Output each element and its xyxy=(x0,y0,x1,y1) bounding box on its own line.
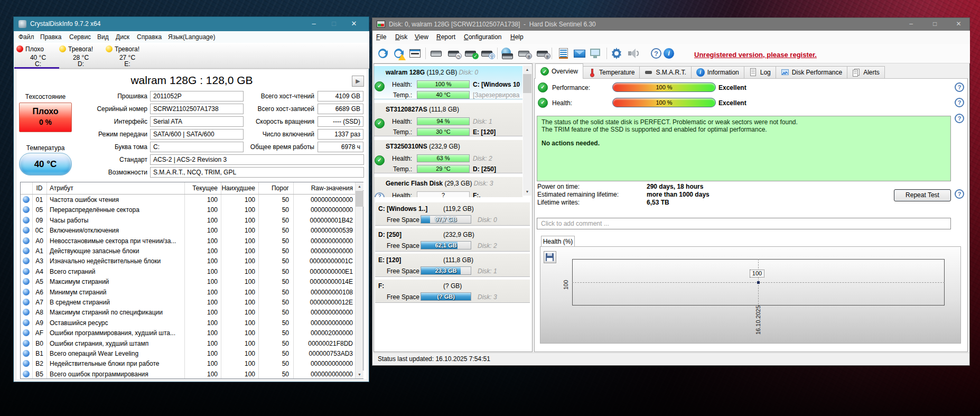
cdi-titlebar[interactable]: CrystalDiskInfo 9.7.2 x64 – □ ✕ xyxy=(14,17,369,31)
help-icon[interactable]: ? xyxy=(955,114,964,123)
disk-list-item[interactable]: ST3120827AS (111,8 GB)✓Health:94 %Disk: … xyxy=(374,103,522,136)
smart-attribute-row[interactable]: A0Невосстановимые сектора при чтении/за.… xyxy=(21,236,355,246)
hds-menu-view[interactable]: View xyxy=(415,31,428,44)
cdi-menu-3[interactable]: Вид xyxy=(97,31,109,43)
cdi-menu-4[interactable]: Диск xyxy=(116,31,129,43)
cdi-menu-1[interactable]: Правка xyxy=(40,31,62,43)
usb-disk-icon[interactable]: ⎈ xyxy=(536,47,549,60)
cdi-scroll-thumb[interactable] xyxy=(356,191,363,207)
smart-attribute-row[interactable]: A3Изначально недействительные блоки10010… xyxy=(21,256,355,266)
tab-information[interactable]: iInformation xyxy=(692,66,744,79)
repeat-test-button[interactable]: Repeat Test xyxy=(894,189,951,201)
help-icon[interactable]: ? xyxy=(650,47,664,60)
hds-maximize-button[interactable]: □ xyxy=(923,18,947,31)
hds-close-button[interactable]: ✕ xyxy=(947,18,970,31)
smart-attribute-row[interactable]: 05Перераспределённые сектора100100500000… xyxy=(21,205,355,215)
cdi-table-scrollbar[interactable]: ▲ ▼ xyxy=(355,182,363,378)
scroll-down-icon[interactable]: ▼ xyxy=(523,188,531,196)
field-value[interactable]: ACS-2 | ACS-2 Revision 3 xyxy=(150,154,364,165)
hds-menu-configuration[interactable]: Configuration xyxy=(464,31,501,44)
hds-sidebar-scrollbar[interactable]: ▲ ▼ xyxy=(523,66,531,196)
health-chart-tab[interactable]: Health (%) xyxy=(541,236,575,247)
field-value[interactable]: ---- (SSD) xyxy=(318,116,363,127)
report-icon[interactable] xyxy=(557,47,571,60)
tab-overview[interactable]: ✓Overview xyxy=(535,63,583,79)
hds-titlebar[interactable]: Disk: 0, walram 128G [SCRW21102507A1738]… xyxy=(372,18,969,31)
help-icon[interactable]: ? xyxy=(955,189,964,199)
smart-attribute-row[interactable]: A9Оставшийся ресурс10010050000000000000 xyxy=(21,318,355,328)
hds-menu-file[interactable]: File xyxy=(376,31,386,44)
cdi-disk-indicator[interactable]: Тревога!27 °CE: xyxy=(104,43,151,68)
cdi-menu-0[interactable]: Файл xyxy=(18,31,34,43)
network-status-icon[interactable] xyxy=(589,47,602,60)
smart-attribute-row[interactable]: B5Всего ошибок программирования100100500… xyxy=(21,369,355,380)
cdi-menu-2[interactable]: Сервис xyxy=(69,31,91,43)
smart-attribute-row[interactable]: A5Максимум стираний1001005000000000014E xyxy=(21,276,355,287)
partition-list-item[interactable]: F:(? GB)Free Space(? GB)Disk: 3 xyxy=(375,279,530,303)
hds-unregistered-link[interactable]: Unregistered version, please register. xyxy=(694,51,817,59)
device-properties-icon[interactable] xyxy=(408,47,422,60)
disk-list-item[interactable]: walram 128G (119,2 GB) Disk: 0✓Health:10… xyxy=(374,66,522,99)
partition-list-item[interactable]: C: [Windows 1..](119,2 GB)Free Space97,7… xyxy=(375,202,530,226)
comment-input[interactable]: Click to add comment ... xyxy=(537,218,951,229)
cdi-disk-indicator[interactable]: Плохо40 °CC: xyxy=(14,43,62,68)
settings-gear-icon[interactable] xyxy=(610,47,623,60)
smart-attribute-row[interactable]: A7В среднем стираний1001005000000000012E xyxy=(21,297,355,308)
chart-save-button[interactable] xyxy=(544,251,556,263)
tab-s-m-a-r-t-[interactable]: S.M.A.R.T. xyxy=(640,66,691,79)
tab-temperature[interactable]: Temperature xyxy=(583,66,640,79)
network-disk-icon[interactable] xyxy=(501,47,515,60)
tab-alerts[interactable]: Alerts xyxy=(847,66,885,79)
tab-log[interactable]: Log xyxy=(744,66,776,79)
hds-minimize-button[interactable]: – xyxy=(899,18,923,31)
smart-attribute-row[interactable]: B0Ошибки стирания, худший штамп100100500… xyxy=(21,338,355,349)
smart-attribute-row[interactable]: B2Недействительные блоки при работе10010… xyxy=(21,358,355,369)
smart-attribute-row[interactable]: A6Минимум стираний10010050000000000108 xyxy=(21,287,355,298)
scroll-up-icon[interactable]: ▲ xyxy=(356,182,363,190)
smart-attribute-row[interactable]: AFОшибки программирования, худший шта...… xyxy=(21,328,355,338)
disk-offline-icon[interactable] xyxy=(430,47,443,60)
field-value[interactable]: 6689 GB xyxy=(318,104,363,114)
cdi-menu-5[interactable]: Справка xyxy=(137,31,162,43)
cdi-minimize-button[interactable]: – xyxy=(304,17,324,31)
partition-list-item[interactable]: E: [120](111,8 GB)Free Space23,3 GBDisk:… xyxy=(375,253,530,277)
tab-disk-performance[interactable]: Disk Performance xyxy=(776,66,847,79)
disk-accept-icon[interactable]: ✓ xyxy=(464,47,478,60)
field-value[interactable]: 4109 GB xyxy=(318,91,363,101)
scroll-down-icon[interactable]: ▼ xyxy=(356,371,363,378)
cdi-menu-6[interactable]: Язык(Language) xyxy=(168,31,215,43)
field-value[interactable]: S.M.A.R.T., NCQ, TRIM, GPL xyxy=(150,167,364,178)
disk-list-item[interactable]: ST3250310NS (232,9 GB)✓Health:63 %Disk: … xyxy=(374,140,522,173)
disk-analyze-icon[interactable]: ⚲ xyxy=(480,47,494,60)
cdi-maximize-button[interactable]: □ xyxy=(324,17,344,31)
smart-attribute-row[interactable]: 01Частота ошибок чтения10010050000000000… xyxy=(21,195,355,205)
hds-menu-disk[interactable]: Disk xyxy=(395,31,407,44)
hds-menu-report[interactable]: Report xyxy=(436,31,455,44)
help-icon[interactable]: ? xyxy=(955,98,964,107)
smart-attribute-row[interactable]: A1Действующие запасные блоки100100500000… xyxy=(21,246,355,256)
smart-attribute-row[interactable]: A4Всего стираний100100500000000000E1 xyxy=(21,266,355,277)
smart-attribute-row[interactable]: B1Всего операций Wear Leveling1001005000… xyxy=(21,348,355,359)
partition-list-item[interactable]: D: [250](232,9 GB)Free Space62,1 GBDisk:… xyxy=(375,228,530,252)
cdi-disk-indicator[interactable]: Тревога!28 °CD: xyxy=(57,43,105,68)
field-value[interactable]: 1337 раз xyxy=(318,129,363,140)
help-icon[interactable]: ? xyxy=(955,82,964,92)
field-value[interactable]: 6978 ч xyxy=(318,142,363,152)
disk-schedule-icon[interactable]: ◷ xyxy=(447,47,461,60)
hds-menu-help[interactable]: Help xyxy=(510,31,524,44)
smart-attribute-row[interactable]: A8Максимум стираний по спецификации10010… xyxy=(21,307,355,318)
email-icon[interactable] xyxy=(573,47,586,60)
disk-list-item[interactable]: Generic Flash Disk (29,3 GB) Disk: 3?Hea… xyxy=(374,177,522,197)
attribute-status-icon xyxy=(23,309,30,316)
sound-icon[interactable] xyxy=(626,47,640,60)
smart-attribute-row[interactable]: 0CВключения/отключения100100500000000005… xyxy=(21,225,355,236)
info-icon[interactable]: i xyxy=(662,47,676,60)
refresh-icon[interactable] xyxy=(376,47,389,60)
scroll-up-icon[interactable]: ▲ xyxy=(523,66,531,73)
smart-attribute-row[interactable]: 09Часы работы10010050000000001B42 xyxy=(21,215,355,226)
cdi-next-disk-button[interactable]: ▶ xyxy=(352,76,364,87)
usb-disk-gray-icon[interactable]: ⎈ xyxy=(517,47,531,60)
refresh-alert-icon[interactable] xyxy=(391,47,405,60)
cdi-close-button[interactable]: ✕ xyxy=(344,17,364,31)
hds-scroll-thumb[interactable] xyxy=(523,74,531,93)
